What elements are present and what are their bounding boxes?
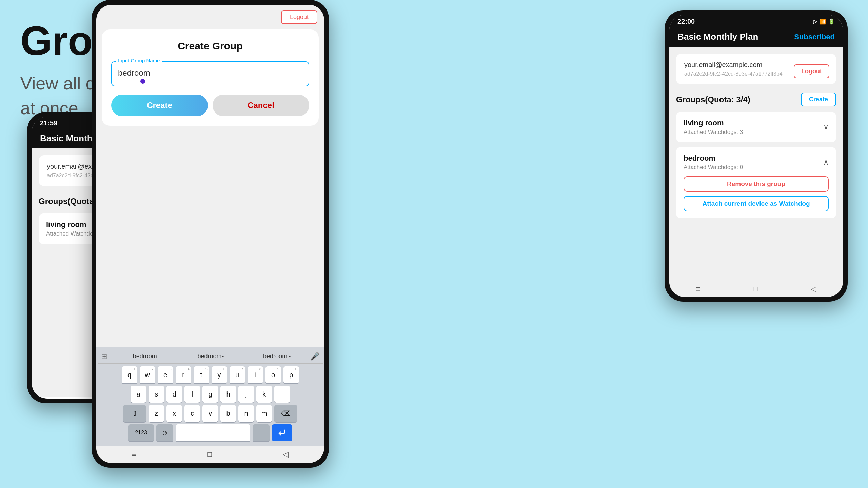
- key-w[interactable]: 2w: [140, 366, 155, 383]
- group-item-living-room-right[interactable]: living room Attached Watchdogs: 3 ∨: [676, 112, 836, 142]
- app-content-right: your.email@example.com ad7a2c2d-9fc2-42c…: [669, 47, 843, 281]
- location-icon-right: ▷: [813, 18, 817, 25]
- key-o[interactable]: 9o: [265, 366, 281, 383]
- nav-menu-icon[interactable]: ≡: [132, 450, 136, 459]
- app-header-right: Basic Monthly Plan Subscribed: [669, 27, 843, 47]
- key-row-1: 1q 2w 3e 4r 5t 6y 7u 8i 9o 0p: [98, 366, 323, 383]
- wifi-icon-right: 📶: [819, 18, 826, 25]
- grid-icon: ⊞: [101, 352, 107, 361]
- phone-right: 22:00 ▷ 📶 🔋 Basic Monthly Plan Subscribe…: [665, 10, 848, 302]
- cancel-group-button[interactable]: Cancel: [213, 95, 309, 116]
- key-row-3: ⇧ z x c v b n m ⌫: [98, 405, 323, 422]
- key-z[interactable]: z: [149, 405, 164, 422]
- key-shift[interactable]: ⇧: [123, 405, 146, 422]
- logout-button-right[interactable]: Logout: [794, 64, 829, 78]
- group-item-bedroom-right: bedroom Attached Watchdogs: 0 ∧ Remove t…: [676, 147, 836, 218]
- key-q[interactable]: 1q: [122, 366, 137, 383]
- logout-button-top[interactable]: Logout: [281, 10, 317, 24]
- subscribed-badge-right: Subscribed: [794, 33, 835, 41]
- key-c[interactable]: c: [184, 405, 200, 422]
- key-123[interactable]: ?123: [128, 424, 154, 441]
- key-period[interactable]: .: [253, 424, 270, 441]
- key-j[interactable]: j: [238, 386, 254, 403]
- keyboard: ⊞ bedroom bedrooms bedroom's 🎤 1q 2w 3e …: [96, 347, 324, 446]
- group-name-living-room: living room: [684, 119, 743, 127]
- key-row-2: a s d f g h j k l: [98, 386, 323, 403]
- key-i[interactable]: 8i: [248, 366, 263, 383]
- bottom-nav-right: ≡ □ ◁: [669, 281, 843, 297]
- key-y[interactable]: 6y: [212, 366, 227, 383]
- phone-middle: Logout Create Group Input Group Name Cre…: [92, 0, 329, 468]
- nav-back-icon-right[interactable]: ◁: [811, 285, 816, 293]
- chevron-up-icon-bedroom[interactable]: ∧: [823, 158, 829, 167]
- key-e[interactable]: 3e: [158, 366, 173, 383]
- input-group-wrapper: Input Group Name: [111, 61, 309, 86]
- dialog-buttons: Create Cancel: [111, 95, 309, 116]
- nav-home-icon-right[interactable]: □: [753, 285, 757, 293]
- key-d[interactable]: d: [166, 386, 182, 403]
- groups-title-right: Groups(Quota: 3/4): [676, 95, 750, 104]
- status-icons-right: ▷ 📶 🔋: [813, 18, 835, 25]
- suggestion-3[interactable]: bedroom's: [244, 351, 310, 361]
- suggestion-1[interactable]: bedroom: [112, 351, 178, 361]
- group-watchdogs-bedroom: Attached Watchdogs: 0: [684, 164, 743, 171]
- attach-watchdog-button[interactable]: Attach current device as Watchdog: [684, 196, 829, 211]
- bottom-nav-middle: ≡ □ ◁: [96, 446, 324, 463]
- key-k[interactable]: k: [256, 386, 272, 403]
- key-l[interactable]: l: [274, 386, 290, 403]
- create-group-button[interactable]: Create: [111, 95, 208, 116]
- top-action-bar: Logout: [96, 5, 324, 29]
- key-r[interactable]: 4r: [176, 366, 191, 383]
- input-group-label: Input Group Name: [116, 58, 162, 63]
- plan-name-right: Basic Monthly Plan: [677, 32, 758, 42]
- key-m[interactable]: m: [256, 405, 272, 422]
- key-n[interactable]: n: [238, 405, 254, 422]
- key-u[interactable]: 7u: [230, 366, 245, 383]
- key-space[interactable]: [176, 424, 250, 441]
- key-h[interactable]: h: [220, 386, 236, 403]
- key-enter[interactable]: [272, 424, 292, 441]
- nav-menu-icon-right[interactable]: ≡: [696, 285, 700, 293]
- phone-middle-screen: Logout Create Group Input Group Name Cre…: [96, 5, 324, 463]
- phone-right-screen: 22:00 ▷ 📶 🔋 Basic Monthly Plan Subscribe…: [669, 15, 843, 297]
- group-expanded-header: bedroom Attached Watchdogs: 0 ∧: [684, 154, 829, 171]
- create-group-dialog: Create Group Input Group Name Create Can…: [102, 29, 319, 126]
- key-b[interactable]: b: [220, 405, 236, 422]
- cursor-dot: [140, 79, 145, 84]
- battery-icon-right: 🔋: [828, 18, 835, 25]
- status-bar-right: 22:00 ▷ 📶 🔋: [669, 15, 843, 27]
- key-s[interactable]: s: [149, 386, 164, 403]
- time-left: 21:59: [40, 119, 57, 127]
- group-watchdogs-living-room: Attached Watchdogs: 3: [684, 129, 743, 136]
- user-card-right: your.email@example.com ad7a2c2d-9fc2-42c…: [676, 54, 836, 84]
- suggestion-2[interactable]: bedrooms: [178, 351, 244, 361]
- groups-header-right: Groups(Quota: 3/4) Create: [676, 93, 836, 106]
- remove-group-button[interactable]: Remove this group: [684, 176, 829, 192]
- key-g[interactable]: g: [202, 386, 218, 403]
- create-button-right[interactable]: Create: [801, 93, 836, 106]
- key-p[interactable]: 0p: [283, 366, 299, 383]
- key-f[interactable]: f: [184, 386, 200, 403]
- chevron-down-icon-living-room: ∨: [823, 123, 829, 131]
- key-x[interactable]: x: [166, 405, 182, 422]
- time-right: 22:00: [677, 18, 695, 25]
- dialog-title: Create Group: [111, 40, 309, 52]
- key-row-4: ?123 ☺ .: [98, 424, 323, 441]
- nav-back-icon[interactable]: ◁: [283, 450, 289, 459]
- key-t[interactable]: 5t: [194, 366, 209, 383]
- key-emoji[interactable]: ☺: [156, 424, 173, 441]
- key-backspace[interactable]: ⌫: [274, 405, 297, 422]
- key-a[interactable]: a: [131, 386, 146, 403]
- mic-icon[interactable]: 🎤: [310, 352, 319, 361]
- nav-home-icon[interactable]: □: [207, 450, 212, 459]
- key-v[interactable]: v: [202, 405, 218, 422]
- group-name-bedroom: bedroom: [684, 154, 743, 163]
- keyboard-suggestions: ⊞ bedroom bedrooms bedroom's 🎤: [98, 349, 323, 364]
